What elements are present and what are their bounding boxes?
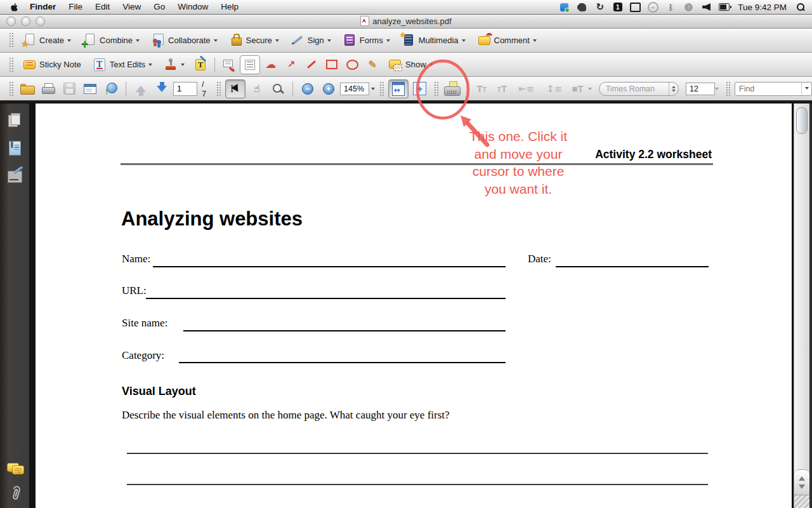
combine-button[interactable]: Combine bbox=[77, 30, 145, 50]
scroll-down-button[interactable] bbox=[799, 485, 805, 492]
separator bbox=[467, 81, 468, 97]
toolbar-drag-handle[interactable] bbox=[9, 32, 13, 48]
time-machine-icon[interactable]: ↑ bbox=[683, 2, 694, 13]
page-total: / 7 bbox=[199, 79, 212, 98]
paperclip-icon bbox=[8, 485, 22, 502]
bluetooth-icon[interactable]: ᛒ bbox=[665, 2, 676, 13]
zoom-out-button[interactable]: − bbox=[298, 80, 317, 98]
battery-icon[interactable] bbox=[719, 2, 730, 13]
callout-tool-button[interactable] bbox=[219, 56, 239, 74]
cloud-icon: ☁ bbox=[266, 59, 277, 70]
scrollbar-thumb[interactable] bbox=[796, 107, 808, 134]
toolbar-drag-handle[interactable] bbox=[9, 57, 13, 72]
answer-line-1 bbox=[127, 453, 708, 454]
sticky-note-icon bbox=[22, 58, 36, 72]
window-titlebar[interactable]: analyze_websites.pdf bbox=[0, 14, 812, 29]
menu-go[interactable]: Go bbox=[147, 0, 171, 14]
hand-icon: ☝ bbox=[254, 84, 260, 94]
save-icon bbox=[63, 83, 75, 95]
toolbar-drag-handle[interactable] bbox=[216, 81, 221, 97]
sync-icon[interactable]: ↻ bbox=[594, 2, 605, 13]
arrow-tool-button[interactable]: ↗ bbox=[282, 56, 301, 74]
vertical-scrollbar[interactable] bbox=[794, 104, 809, 508]
display-icon[interactable] bbox=[630, 2, 641, 13]
comments-icon bbox=[7, 463, 22, 476]
find-box bbox=[735, 82, 812, 96]
menu-file[interactable]: File bbox=[62, 0, 89, 14]
zoom-dropdown-caret[interactable] bbox=[371, 88, 375, 92]
pages-panel-button[interactable] bbox=[6, 111, 23, 129]
attachments-panel-button[interactable] bbox=[6, 485, 23, 502]
pencil-tool-button[interactable]: ✎ bbox=[363, 56, 382, 74]
spaces-icon[interactable]: 1 bbox=[612, 2, 623, 13]
toolbar-drag-handle[interactable] bbox=[726, 81, 730, 97]
sticky-note-button[interactable]: Sticky Note bbox=[17, 55, 86, 74]
toolbar-drag-handle[interactable] bbox=[379, 81, 384, 97]
multimedia-label: Multimedia bbox=[419, 36, 459, 45]
text-color-caret bbox=[588, 88, 592, 92]
text-box-icon bbox=[243, 58, 257, 72]
typewriter-tool-button[interactable] bbox=[443, 80, 462, 98]
cloud-tool-button[interactable]: ☁ bbox=[261, 56, 280, 74]
text-edits-label: Text Edits bbox=[110, 60, 145, 69]
open-button[interactable] bbox=[18, 80, 37, 98]
stamp-button[interactable] bbox=[159, 55, 190, 74]
category-label: Category: bbox=[122, 349, 164, 362]
page-number-input[interactable] bbox=[173, 82, 197, 96]
next-page-button[interactable] bbox=[152, 80, 171, 98]
multimedia-button[interactable]: Multimedia bbox=[396, 30, 471, 50]
hand-tool-button[interactable]: ☝ bbox=[247, 80, 266, 98]
menu-view[interactable]: View bbox=[116, 0, 147, 14]
signatures-panel-button[interactable] bbox=[6, 168, 23, 185]
menu-help[interactable]: Help bbox=[214, 0, 245, 14]
site-name-line bbox=[183, 330, 506, 331]
line-tool-button[interactable] bbox=[302, 56, 321, 74]
comments-panel-button[interactable] bbox=[6, 460, 23, 478]
resize-grip[interactable] bbox=[794, 495, 809, 508]
highlight-text-button[interactable]: T bbox=[191, 56, 210, 74]
marquee-zoom-button[interactable] bbox=[268, 80, 287, 98]
print-button[interactable] bbox=[39, 80, 58, 98]
spotlight-icon[interactable] bbox=[795, 2, 806, 13]
apple-menu-icon[interactable] bbox=[6, 3, 22, 12]
fit-width-button[interactable] bbox=[388, 79, 409, 98]
collaborate-button[interactable]: Collaborate bbox=[146, 30, 223, 50]
select-tool-icon: I bbox=[229, 83, 242, 95]
zoom-in-button[interactable]: + bbox=[319, 80, 338, 98]
forms-button[interactable]: Forms bbox=[337, 30, 395, 50]
find-options-button[interactable] bbox=[801, 83, 811, 95]
secure-button[interactable]: Secure bbox=[224, 30, 284, 50]
dropbox-icon[interactable] bbox=[559, 2, 570, 13]
oval-tool-button[interactable] bbox=[343, 56, 362, 74]
email-button[interactable] bbox=[81, 80, 100, 98]
font-family-select[interactable]: Times Roman bbox=[599, 82, 679, 96]
menubar-clock[interactable]: Tue 9:42 PM bbox=[737, 3, 788, 12]
rectangle-tool-button[interactable] bbox=[322, 56, 341, 74]
text-edits-button[interactable]: T Text Edits bbox=[88, 55, 157, 74]
upload-button[interactable]: ↑ bbox=[102, 80, 121, 98]
create-button[interactable]: Create bbox=[17, 30, 76, 50]
text-box-tool-button[interactable] bbox=[240, 55, 260, 74]
typewriter-icon bbox=[443, 81, 461, 97]
scroll-up-button[interactable] bbox=[799, 473, 805, 481]
find-input[interactable] bbox=[735, 84, 801, 93]
comment-button[interactable]: Comment bbox=[472, 30, 542, 50]
menu-edit[interactable]: Edit bbox=[89, 0, 116, 14]
sign-button[interactable]: Sign bbox=[285, 30, 336, 50]
volume-icon[interactable] bbox=[701, 2, 712, 13]
airplay-icon[interactable]: ▸ bbox=[648, 2, 658, 13]
menu-app-finder[interactable]: Finder bbox=[22, 0, 62, 14]
font-stepper[interactable] bbox=[669, 83, 676, 95]
font-size-select[interactable]: 12 bbox=[686, 83, 719, 95]
show-button[interactable]: Show bbox=[383, 55, 438, 74]
menu-window[interactable]: Window bbox=[171, 0, 214, 14]
toolbar-drag-handle[interactable] bbox=[9, 81, 13, 97]
zoom-level-field[interactable]: 145% bbox=[340, 83, 369, 95]
evernote-icon[interactable] bbox=[577, 2, 587, 13]
annotation-line-2: and move your bbox=[461, 145, 575, 163]
url-line bbox=[146, 298, 506, 299]
select-tool-button[interactable]: I bbox=[225, 79, 246, 98]
toolbar-drag-handle[interactable] bbox=[434, 81, 438, 97]
fit-page-button[interactable]: + bbox=[410, 80, 429, 98]
bookmarks-panel-button[interactable] bbox=[6, 139, 23, 157]
